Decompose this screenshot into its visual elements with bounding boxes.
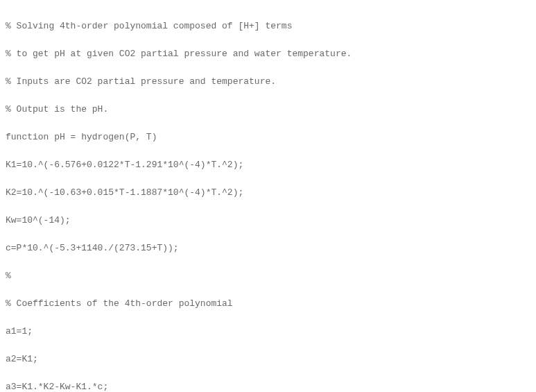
code-line: a1=1; — [6, 325, 530, 339]
code-line: a3=K1.*K2-Kw-K1.*c; — [6, 380, 530, 392]
code-line: % Coefficients of the 4th-order polynomi… — [6, 297, 530, 311]
code-block: % Solving 4th-order polynomial composed … — [6, 6, 530, 392]
code-line: K2=10.^(-10.63+0.015*T-1.1887*10^(-4)*T.… — [6, 186, 530, 200]
code-line: Kw=10^(-14); — [6, 214, 530, 228]
code-line: function pH = hydrogen(P, T) — [6, 130, 530, 144]
code-line: % Solving 4th-order polynomial composed … — [6, 19, 530, 33]
code-line: % — [6, 269, 530, 283]
code-line: % to get pH at given CO2 partial pressur… — [6, 47, 530, 61]
code-line: % Output is the pH. — [6, 103, 530, 117]
code-line: a2=K1; — [6, 352, 530, 366]
code-line: K1=10.^(-6.576+0.0122*T-1.291*10^(-4)*T.… — [6, 158, 530, 172]
code-line: c=P*10.^(-5.3+1140./(273.15+T)); — [6, 241, 530, 255]
code-line: % Inputs are CO2 partial pressure and te… — [6, 75, 530, 89]
